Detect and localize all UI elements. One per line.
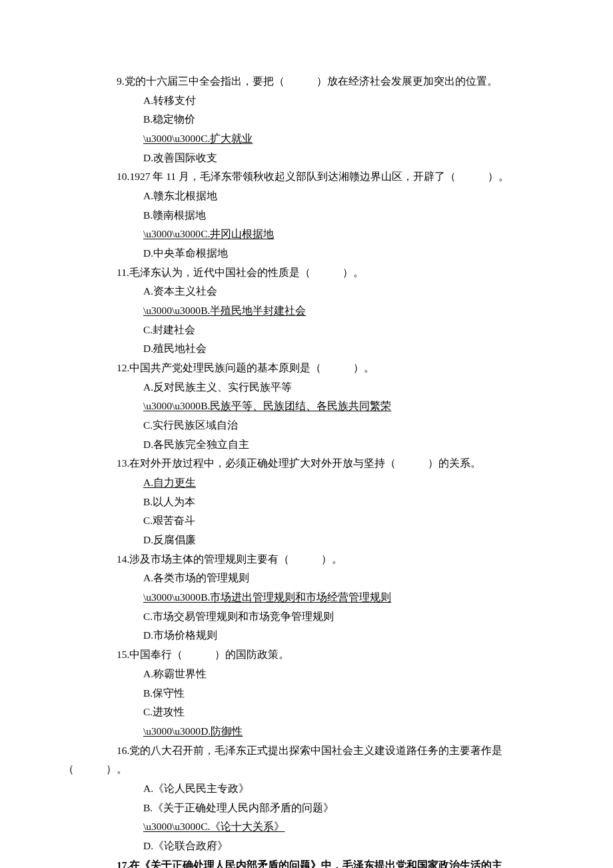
question-text: 党的八大召开前，毛泽东正式提出探索中国社会主义建设道路任务的主要著作是 [129,745,502,756]
question-13: 13.在对外开放过程中，必须正确处理扩大对外开放与坚持（ ）的关系。 A.自力更… [63,454,550,549]
option-c: C.市场交易管理规则和市场竞争管理规则 [63,607,550,627]
option-a: A.称霸世界性 [63,665,550,684]
document-page: 9.党的十六届三中全会指出，要把（ ）放在经济社会发展更加突出的位置。 A.转移… [0,0,613,868]
option-d: D.各民族完全独立自主 [63,435,550,455]
question-stem: 10.1927 年 11 月，毛泽东带领秋收起义部队到达湘赣边界山区，开辟了（ … [63,167,550,187]
question-10: 10.1927 年 11 月，毛泽东带领秋收起义部队到达湘赣边界山区，开辟了（ … [63,167,550,263]
option-c: \u3000\u3000C.扩大就业 [63,129,550,149]
option-a: A.反对民族主义、实行民族平等 [63,378,550,397]
question-text: 在《关于正确处理人民内部矛盾的问题》中，毛泽东提出党和国家政治生活的主 [129,859,502,868]
option-a: A.资本主义社会 [63,282,550,301]
option-a: A.自力更生 [63,473,550,493]
question-number: 16. [117,745,129,756]
option-b: \u3000\u3000B.市场进出管理规则和市场经营管理规则 [63,588,550,607]
option-c: C.实行民族区域自治 [63,416,550,435]
question-16: 16.党的八大召开前，毛泽东正式提出探索中国社会主义建设道路任务的主要著作是 （… [63,741,550,856]
option-b: B.《关于正确处理人民内部矛盾的问题》 [63,799,550,818]
option-b: \u3000\u3000B.民族平等、民族团结、各民族共同繁荣 [63,397,550,416]
option-c: \u3000\u3000C.《论十大关系》 [63,817,550,837]
question-text: 1927 年 11 月，毛泽东带领秋收起义部队到达湘赣边界山区，开辟了（ ）。 [129,171,509,182]
question-text: 党的十六届三中全会指出，要把（ ）放在经济社会发展更加突出的位置。 [125,75,498,87]
question-text: 在对外开放过程中，必须正确处理扩大对外开放与坚持（ ）的关系。 [129,457,481,469]
question-number: 9. [117,75,125,87]
option-d: D.改善国际收支 [63,149,550,168]
question-number: 17. [117,859,129,868]
question-9: 9.党的十六届三中全会指出，要把（ ）放在经济社会发展更加突出的位置。 A.转移… [63,72,550,167]
option-b: \u3000\u3000B.半殖民地半封建社会 [63,301,550,321]
question-number: 11. [117,267,129,278]
option-a: A.赣东北根据地 [63,187,550,206]
option-c: C.进攻性 [63,703,550,722]
option-b: B.赣南根据地 [63,206,550,225]
question-text: 毛泽东认为，近代中国社会的性质是（ ）。 [129,267,364,278]
option-d: D.《论联合政府》 [63,837,550,856]
question-number: 13. [117,457,129,469]
option-b: B.稳定物价 [63,110,550,129]
question-stem: 11.毛泽东认为，近代中国社会的性质是（ ）。 [63,263,550,283]
option-b: B.保守性 [63,684,550,703]
question-stem: 14.涉及市场主体的管理规则主要有（ ）。 [63,550,550,569]
question-15: 15.中国奉行（ ）的国防政策。 A.称霸世界性 B.保守性 C.进攻性 \u3… [63,645,550,741]
question-stem-line2: （ ）。 [63,760,550,779]
question-stem: 15.中国奉行（ ）的国防政策。 [63,645,550,665]
option-a: A.转移支付 [63,91,550,111]
question-number: 14. [117,553,129,565]
question-number: 15. [117,649,129,660]
question-12: 12.中国共产党处理民族问题的基本原则是（ ）。 A.反对民族主义、实行民族平等… [63,359,550,454]
question-17: 17.在《关于正确处理人民内部矛盾的问题》中，毛泽东提出党和国家政治生活的主 题… [63,856,550,868]
option-c: C.封建社会 [63,321,550,340]
question-stem-line1: 17.在《关于正确处理人民内部矛盾的问题》中，毛泽东提出党和国家政治生活的主 [63,856,550,868]
option-b: B.以人为本 [63,493,550,512]
question-stem: 12.中国共产党处理民族问题的基本原则是（ ）。 [63,359,550,378]
question-number: 10. [117,171,129,182]
option-a: A.各类市场的管理规则 [63,569,550,588]
question-text: 涉及市场主体的管理规则主要有（ ）。 [129,553,342,565]
question-text: 中国共产党处理民族问题的基本原则是（ ）。 [129,362,374,373]
question-stem-line1: 16.党的八大召开前，毛泽东正式提出探索中国社会主义建设道路任务的主要著作是 [63,741,550,761]
question-number: 12. [117,362,129,373]
question-11: 11.毛泽东认为，近代中国社会的性质是（ ）。 A.资本主义社会 \u3000\… [63,263,550,359]
option-d: \u3000\u3000D.防御性 [63,722,550,741]
option-c: C.艰苦奋斗 [63,511,550,531]
option-d: D.市场价格规则 [63,626,550,645]
question-text: 中国奉行（ ）的国防政策。 [129,649,289,660]
question-14: 14.涉及市场主体的管理规则主要有（ ）。 A.各类市场的管理规则 \u3000… [63,550,550,645]
question-stem: 9.党的十六届三中全会指出，要把（ ）放在经济社会发展更加突出的位置。 [63,72,550,91]
option-d: D.反腐倡廉 [63,531,550,550]
option-d: D.殖民地社会 [63,339,550,359]
option-d: D.中央革命根据地 [63,244,550,263]
question-stem: 13.在对外开放过程中，必须正确处理扩大对外开放与坚持（ ）的关系。 [63,454,550,473]
option-c: \u3000\u3000C.井冈山根据地 [63,225,550,244]
option-a: A.《论人民民主专政》 [63,779,550,799]
